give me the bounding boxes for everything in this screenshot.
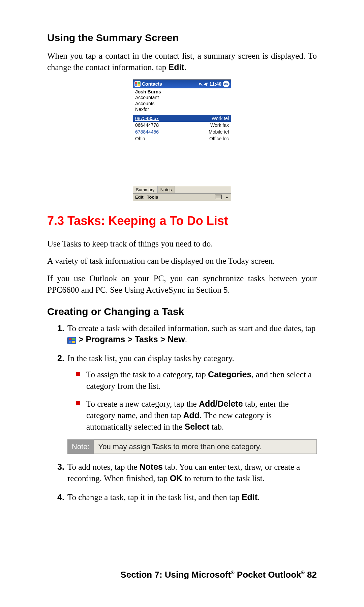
window-title: Contacts — [142, 81, 162, 87]
ok-label: OK — [170, 473, 183, 483]
signal-icon: ▾ₓ ◀ᵋ — [199, 82, 208, 86]
text: To create a new category, tap the — [86, 399, 199, 408]
field-value: 087543567 — [135, 116, 159, 121]
categories-label: Categories — [208, 370, 251, 379]
contact-dept: Accounts — [135, 101, 229, 107]
text: tab. — [209, 422, 224, 431]
menu-edit[interactable]: Edit — [135, 195, 144, 200]
tasks-p2: A variety of task information can be dis… — [47, 255, 317, 267]
text: . — [184, 63, 186, 72]
page-number: 82 — [305, 570, 317, 580]
keyboard-icon[interactable] — [215, 195, 222, 199]
tab-notes[interactable]: Notes — [158, 186, 175, 193]
text: To create a task with detailed informati… — [67, 324, 315, 333]
field-row[interactable]: 087543567 Work tel — [133, 115, 231, 122]
bullet-new-category: To create a new category, tap the Add/De… — [76, 398, 317, 432]
contact-company: Nexfor — [135, 107, 229, 113]
contact-role: Accountant — [135, 95, 229, 101]
steps-list: 1. To create a task with detailed inform… — [47, 323, 317, 503]
step-3: 3. To add notes, tap the Notes tab. You … — [57, 461, 317, 484]
footer-text-b: Pocket Outlook — [235, 570, 301, 580]
field-row[interactable]: Ohio Office loc — [133, 135, 231, 142]
device-screenshot: Contacts ▾ₓ ◀ᵋ 11:40 ok Josh Burns Accou… — [47, 79, 317, 201]
text: . — [185, 335, 187, 344]
ok-button[interactable]: ok — [223, 81, 230, 87]
tab-bar: Summary Notes — [133, 186, 231, 193]
field-label: Mobile tel — [209, 129, 229, 135]
text: . — [257, 493, 260, 502]
field-label: Work tel — [212, 116, 229, 121]
step-number: 4. — [57, 492, 64, 503]
text: To add notes, tap the — [67, 462, 139, 471]
text: To change a task, tap it in the task lis… — [67, 493, 242, 502]
field-row[interactable]: 678844456 Mobile tel — [133, 128, 231, 135]
heading-tasks: 7.3 Tasks: Keeping a To Do List — [47, 214, 317, 228]
step-1: 1. To create a task with detailed inform… — [57, 323, 317, 346]
reg-mark: ® — [301, 570, 305, 575]
field-label: Office loc — [209, 136, 229, 141]
select-label: Select — [185, 422, 210, 431]
add-label: Add — [183, 410, 200, 420]
reg-mark: ® — [231, 570, 234, 575]
menu-tools[interactable]: Tools — [147, 195, 158, 200]
edit-label: Edit — [169, 62, 184, 72]
heading-summary-screen: Using the Summary Screen — [47, 32, 317, 44]
up-arrow-icon[interactable]: ▲ — [225, 195, 229, 199]
sub-bullets: To assign the task to a category, tap Ca… — [67, 369, 317, 433]
page-footer: Section 7: Using Microsoft® Pocket Outlo… — [120, 570, 317, 580]
field-value: 066444778 — [135, 122, 159, 128]
note-text: You may assign Tasks to more than one ca… — [94, 440, 316, 454]
step-number: 3. — [57, 461, 64, 473]
field-row[interactable]: 066444778 Work fax — [133, 122, 231, 128]
tab-summary[interactable]: Summary — [133, 186, 158, 193]
contact-header: Josh Burns Accountant Accounts Nexfor — [133, 88, 231, 114]
add-delete-label: Add/Delete — [199, 399, 243, 408]
notes-label: Notes — [139, 462, 162, 471]
nav-path: > Programs > Tasks > New — [76, 335, 185, 344]
bullet-categories: To assign the task to a category, tap Ca… — [76, 369, 317, 392]
menu-bar: Edit Tools ▲ — [133, 193, 231, 201]
titlebar: Contacts ▾ₓ ◀ᵋ 11:40 ok — [133, 80, 231, 88]
note-label: Note: — [68, 440, 94, 454]
step-number: 1. — [57, 323, 64, 334]
start-menu-icon — [67, 337, 76, 344]
step-4: 4. To change a task, tap it in the task … — [57, 492, 317, 503]
contact-fields: 087543567 Work tel 066444778 Work fax 67… — [133, 115, 231, 186]
start-flag-icon — [134, 81, 141, 87]
text: In the task list, you can display tasks … — [67, 354, 234, 363]
text: To assign the task to a category, tap — [86, 370, 208, 379]
note-box: Note: You may assign Tasks to more than … — [67, 439, 317, 454]
step-2: 2. In the task list, you can display tas… — [57, 353, 317, 454]
contacts-window: Contacts ▾ₓ ◀ᵋ 11:40 ok Josh Burns Accou… — [133, 79, 231, 201]
clock: 11:40 — [209, 81, 221, 87]
tasks-p3: If you use Outlook on your PC, you can s… — [47, 273, 317, 296]
field-value: Ohio — [135, 136, 145, 141]
text: to return to the task list. — [182, 474, 265, 483]
field-value: 678844456 — [135, 129, 159, 135]
edit-label: Edit — [242, 492, 257, 502]
footer-text-a: Section 7: Using Microsoft — [120, 570, 231, 580]
field-label: Work fax — [210, 122, 229, 128]
step-number: 2. — [57, 353, 64, 364]
tasks-p1: Use Tasks to keep track of things you ne… — [47, 238, 317, 250]
summary-paragraph: When you tap a contact in the contact li… — [47, 50, 317, 73]
heading-creating-task: Creating or Changing a Task — [47, 306, 317, 317]
contact-name: Josh Burns — [135, 89, 229, 95]
